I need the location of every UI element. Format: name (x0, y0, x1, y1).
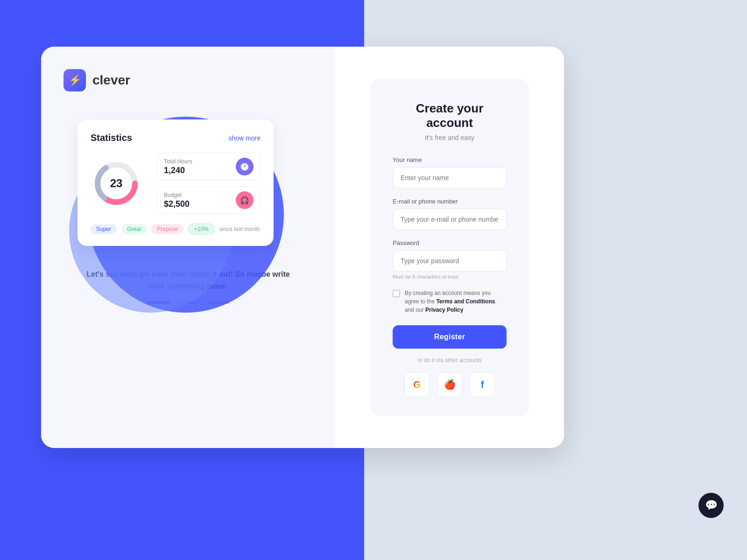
tag-super: Super (91, 224, 117, 234)
metric-row-hours: Total Hours 1,240 🕐 (157, 153, 261, 181)
stats-content: 23 Total Hours 1,240 🕐 Budget $ (91, 153, 261, 214)
password-input[interactable] (393, 250, 507, 272)
metric-label-hours: Total Hours (164, 158, 192, 165)
metric-value-hours: 1,240 (164, 166, 192, 175)
social-login-row: G 🍎 f (393, 372, 507, 397)
statistics-card: Statistics show more 23 (78, 119, 274, 246)
chat-icon: 💬 (705, 499, 718, 511)
facebook-login-button[interactable]: f (470, 372, 495, 397)
logo-text: clever (92, 73, 130, 88)
register-button[interactable]: Register (393, 325, 507, 349)
donut-chart: 23 (91, 158, 142, 209)
google-login-button[interactable]: G (404, 372, 430, 397)
metric-icon-budget: 🎧 (236, 191, 254, 209)
email-label: E-mail or phone number (393, 198, 507, 205)
stats-header: Statistics show more (91, 133, 261, 143)
password-hint: Must be 8 characters at least (393, 274, 507, 280)
terms-text: By creating an account means you agree t… (405, 289, 507, 314)
tag-purpose: Purpose (151, 224, 183, 234)
form-subtitle: It's free and easy (393, 134, 507, 141)
chat-fab-button[interactable]: 💬 (698, 493, 724, 518)
registration-form-card: Create your account It's free and easy Y… (370, 79, 529, 416)
metric-value-budget: $2,500 (164, 199, 190, 209)
show-more-link[interactable]: show more (229, 134, 261, 142)
tag-since: since last month (219, 226, 260, 232)
password-field-group: Password Must be 8 characters at least (393, 239, 507, 280)
terms-checkbox-row: By creating an account means you agree t… (393, 289, 507, 314)
stats-title: Statistics (91, 133, 132, 143)
metric-row-budget: Budget $2,500 🎧 (157, 186, 261, 214)
left-panel: ⚡ clever Statistics show more (41, 47, 335, 448)
email-input[interactable] (393, 209, 507, 230)
right-panel: Create your account It's free and easy Y… (335, 47, 564, 448)
stats-metrics: Total Hours 1,240 🕐 Budget $2,500 🎧 (157, 153, 261, 214)
form-title: Create your account (393, 101, 507, 130)
facebook-icon: f (481, 379, 484, 390)
email-field-group: E-mail or phone number (393, 198, 507, 230)
tag-badge: +10% (188, 224, 215, 235)
apple-login-button[interactable]: 🍎 (437, 372, 462, 397)
terms-link[interactable]: Terms and Conditions (436, 298, 495, 305)
privacy-link[interactable]: Privacy Policy (425, 307, 463, 313)
metric-icon-hours: 🕐 (236, 158, 254, 175)
apple-icon: 🍎 (444, 379, 456, 390)
google-icon: G (413, 379, 421, 390)
tag-great: Great (121, 224, 147, 234)
donut-value: 23 (110, 177, 123, 190)
logo-area: ⚡ clever (63, 69, 313, 91)
metric-label-budget: Budget (164, 192, 190, 198)
password-label: Password (393, 239, 507, 246)
or-text: or do it via other accounts (393, 357, 507, 364)
tags-row: Super Great Purpose +10% since last mont… (91, 224, 261, 235)
name-label: Your name (393, 156, 507, 163)
name-input[interactable] (393, 167, 507, 189)
main-card: ⚡ clever Statistics show more (41, 47, 564, 448)
name-field-group: Your name (393, 156, 507, 189)
logo-icon: ⚡ (63, 69, 86, 91)
terms-checkbox[interactable] (393, 290, 400, 297)
